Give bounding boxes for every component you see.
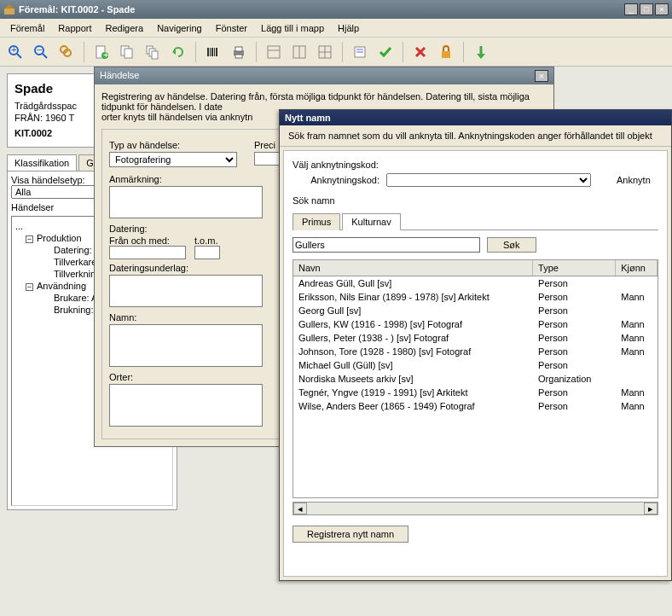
svg-rect-14 — [125, 49, 132, 58]
datund-input[interactable] — [109, 275, 263, 307]
lock-icon[interactable] — [434, 40, 458, 64]
grid-hscroll[interactable]: ◂ ▸ — [293, 502, 658, 515]
prec-label: Preci — [254, 140, 280, 150]
svg-rect-22 — [214, 48, 215, 56]
menu-hjälp[interactable]: Hjälp — [331, 21, 366, 35]
orter-input[interactable] — [109, 384, 263, 427]
typ-select[interactable]: Fotografering — [109, 152, 237, 167]
menu-fönster[interactable]: Fönster — [209, 21, 254, 35]
table-row[interactable]: Tegnér, Yngve (1919 - 1991) [sv] Arkitek… — [293, 386, 658, 399]
svg-text:+: + — [103, 49, 108, 60]
new-doc-icon[interactable]: + — [90, 40, 113, 64]
app-icon — [3, 3, 15, 15]
tab-klassifikation[interactable]: Klassifikation — [7, 154, 77, 171]
svg-rect-17 — [152, 51, 158, 59]
barcode-icon[interactable] — [201, 40, 225, 64]
scroll-left-icon[interactable]: ◂ — [293, 503, 307, 514]
table-row[interactable]: Nordiska Museets arkiv [sv]Organization — [293, 372, 658, 386]
col-kjonn[interactable]: Kjønn — [616, 260, 658, 276]
close-button[interactable]: × — [655, 3, 669, 15]
table-row[interactable]: Eriksson, Nils Einar (1899 - 1978) [sv] … — [293, 290, 658, 304]
scroll-right-icon[interactable]: ▸ — [644, 503, 658, 514]
print-icon[interactable] — [227, 40, 251, 64]
svg-rect-25 — [235, 47, 242, 51]
minimize-button[interactable]: _ — [624, 3, 638, 15]
layout2-icon[interactable] — [287, 40, 311, 64]
svg-rect-23 — [216, 48, 217, 56]
menu-rapport[interactable]: Rapport — [51, 21, 98, 35]
dat-from-input[interactable] — [109, 246, 186, 259]
toolbar: + − + — [0, 38, 672, 67]
table-row[interactable]: Gullers, KW (1916 - 1998) [sv] FotografP… — [293, 317, 658, 331]
table-row[interactable]: Gullers, Peter (1938 - ) [sv] FotografPe… — [293, 331, 658, 345]
table-row[interactable]: Wilse, Anders Beer (1865 - 1949) Fotogra… — [293, 399, 658, 413]
results-grid[interactable]: Navn Type Kjønn Andreas Güll, Gull [sv]P… — [293, 259, 658, 498]
svg-line-3 — [17, 54, 21, 58]
new-name-dialog: Nytt namn Sök fram namnet som du vill an… — [279, 109, 672, 581]
dat-from-label: Från och med: — [109, 235, 186, 246]
anm-input[interactable] — [109, 186, 263, 218]
search-button[interactable]: Søk — [487, 237, 536, 253]
typ-label: Typ av händelse: — [109, 140, 237, 150]
ank-select[interactable] — [386, 173, 591, 187]
ank-label: Anknytningskod: — [293, 175, 386, 185]
tab-primus[interactable]: Primus — [293, 213, 340, 230]
register-new-name-button[interactable]: Registrera nytt namn — [293, 526, 408, 543]
svg-rect-0 — [4, 9, 14, 15]
menu-lägg-till-i-mapp[interactable]: Lägg till i mapp — [254, 21, 331, 35]
svg-rect-26 — [235, 55, 242, 58]
svg-rect-19 — [207, 48, 209, 56]
event-window-title: Händelse — [100, 70, 535, 82]
prec-input[interactable] — [254, 152, 280, 166]
event-window-close-icon[interactable]: × — [535, 70, 548, 82]
properties-icon[interactable] — [348, 40, 372, 64]
tab-kulturnav[interactable]: Kulturnav — [342, 213, 400, 230]
table-row[interactable]: Michael Gull (Güll) [sv]Person — [293, 358, 658, 372]
table-row[interactable]: Georg Gull [sv]Person — [293, 304, 658, 317]
namn-input[interactable] — [109, 324, 263, 367]
menu-föremål[interactable]: Föremål — [3, 21, 51, 35]
svg-marker-41 — [477, 54, 485, 59]
main-titlebar: Föremål: KIT.0002 - Spade _ □ × — [0, 0, 672, 19]
valj-label: Välj anknytningskod: — [293, 160, 658, 170]
svg-text:+: + — [11, 44, 16, 55]
dialog-hint: Sök fram namnet som du vill anknyta till… — [280, 125, 671, 147]
vis-handelse-label: Visa händelsetyp: — [11, 175, 85, 185]
menubar: FöremålRapportRedigeraNavigeringFönsterL… — [0, 19, 672, 38]
sok-namn-label: Sök namn — [293, 195, 658, 206]
svg-line-6 — [43, 54, 47, 58]
down-arrow-icon[interactable] — [469, 40, 493, 64]
zoom-stack-icon[interactable] — [55, 40, 78, 64]
svg-text:−: − — [37, 44, 42, 55]
copy-icon[interactable] — [115, 40, 139, 64]
col-type[interactable]: Type — [533, 260, 616, 276]
menu-navigering[interactable]: Navigering — [150, 21, 209, 35]
svg-rect-39 — [442, 51, 450, 58]
menu-redigera[interactable]: Redigera — [98, 21, 150, 35]
multi-doc-icon[interactable] — [141, 40, 165, 64]
zoom-in-icon[interactable]: + — [3, 40, 27, 64]
grid-icon[interactable] — [313, 40, 337, 64]
refresh-icon[interactable] — [166, 40, 190, 64]
svg-marker-1 — [4, 4, 14, 9]
zoom-out-icon[interactable]: − — [29, 40, 53, 64]
dialog-title: Nytt namn — [280, 110, 671, 125]
ank-right-label: Anknytn — [617, 175, 651, 185]
layout1-icon[interactable] — [262, 40, 286, 64]
dat-to-label: t.o.m. — [194, 235, 220, 246]
table-row[interactable]: Johnson, Tore (1928 - 1980) [sv] Fotogra… — [293, 345, 658, 358]
col-navn[interactable]: Navn — [293, 260, 533, 276]
maximize-button[interactable]: □ — [640, 3, 653, 15]
dat-to-input[interactable] — [194, 246, 220, 259]
search-input[interactable] — [293, 237, 480, 253]
window-title: Föremål: KIT.0002 - Spade — [19, 4, 624, 15]
check-icon[interactable] — [374, 40, 397, 64]
table-row[interactable]: Andreas Güll, Gull [sv]Person — [293, 276, 658, 290]
cancel-icon[interactable] — [408, 40, 432, 64]
svg-rect-20 — [210, 48, 211, 56]
svg-rect-21 — [211, 48, 213, 56]
svg-rect-27 — [268, 46, 280, 58]
